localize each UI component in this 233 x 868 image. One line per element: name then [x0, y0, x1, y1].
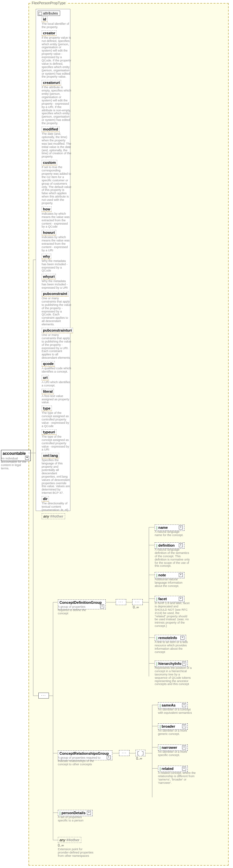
elem-desc: In NAR 1.8 and later, facet is deprecate…	[155, 602, 191, 628]
sequence-icon	[132, 599, 143, 605]
connector	[149, 527, 155, 527]
elem-desc: A link to an item or a web resource whic…	[155, 641, 191, 654]
connector	[152, 705, 158, 705]
connector	[149, 598, 155, 599]
connector	[106, 602, 116, 602]
expand-icon[interactable]: +	[180, 636, 184, 640]
attr-whyuri: whyuri	[41, 274, 56, 279]
elem-desc: Additional natural language information …	[155, 578, 190, 588]
multiplicity: 0..∞	[136, 757, 142, 760]
connector	[149, 575, 155, 575]
sequence-icon	[38, 693, 49, 699]
multiplicity: 0..∞	[58, 843, 64, 847]
expand-icon[interactable]: +	[182, 767, 186, 771]
elem-broader: broader+	[158, 723, 188, 730]
expand-icon[interactable]: +	[107, 755, 111, 760]
attr-desc: A qualified code which identifies a conc…	[41, 367, 71, 374]
bar-icon	[156, 637, 157, 640]
connector	[28, 453, 36, 453]
any-namespace: ##other	[66, 838, 80, 842]
connector	[112, 753, 119, 753]
attr-desc: A URI which identifies a concept.	[41, 381, 71, 388]
attr-how: how	[41, 207, 52, 212]
elem-desc: A related concept, where the relationshi…	[158, 772, 196, 785]
attr-desc: If the property value is not defined, sp…	[41, 36, 71, 79]
any-namespace: ##other	[50, 514, 63, 518]
connector	[152, 747, 158, 747]
expand-icon[interactable]: +	[100, 604, 104, 609]
expand-icon[interactable]: +	[182, 703, 186, 707]
elem-note: note+	[155, 572, 184, 578]
expand-icon[interactable]: +	[179, 573, 183, 577]
elem-facet: facet+	[155, 596, 184, 602]
attr-desc: The directionality of textual content (e…	[41, 502, 71, 512]
elem-label: remoteInfo	[158, 636, 177, 640]
attr-desc: The local identifier of the property.	[41, 23, 71, 29]
bar-icon	[159, 746, 161, 750]
attr-qcode: qcode	[41, 361, 55, 367]
attr-desc: A free-text value assigned as property v…	[41, 395, 71, 405]
attr-id: id	[41, 17, 48, 22]
bar-icon	[159, 704, 161, 708]
bar-icon	[156, 574, 157, 577]
connector	[152, 705, 152, 797]
connector	[149, 638, 155, 638]
choice-icon	[136, 750, 145, 756]
elem-label: definition	[158, 543, 175, 547]
connector	[53, 602, 53, 840]
attributes-icon	[39, 12, 42, 15]
elem-label: broader	[162, 724, 175, 728]
attributes-header-label: attributes	[43, 11, 58, 15]
attr-why: why	[41, 254, 51, 259]
connector	[53, 753, 58, 753]
expand-icon[interactable]: +	[87, 811, 91, 815]
expand-icon[interactable]: +	[179, 543, 183, 547]
elem-label: sameAs	[162, 703, 175, 707]
attr-desc: Why the metadata has been included - exp…	[41, 280, 71, 290]
bar-icon	[156, 526, 157, 530]
expand-icon[interactable]: +	[182, 745, 186, 749]
elem-label: related	[162, 767, 174, 771]
elem-desc: An identifier of a concept with equivale…	[158, 708, 194, 715]
elem-desc: Extension point for provider-defined pro…	[58, 848, 94, 858]
elem-any: any ##other	[58, 837, 81, 843]
expand-icon[interactable]: +	[182, 724, 186, 728]
connector	[33, 259, 33, 453]
elem-desc: Represents the position of a concept in …	[155, 666, 193, 686]
attr-desc: If set to true the corresponding propert…	[41, 166, 71, 205]
attr-desc: Why the metadata has been included - exp…	[41, 259, 71, 273]
elem-desc: A set of properties specific to a person	[58, 816, 92, 823]
attr-desc: One or many constraints that apply to pu…	[41, 334, 71, 360]
attr-literal: literal	[41, 389, 54, 394]
elem-name: name+	[155, 525, 184, 531]
connector	[53, 602, 58, 602]
root-desc: An individual accountable for the conten…	[1, 457, 29, 470]
bar-icon	[156, 662, 157, 666]
elem-desc: A natural language definition of the sem…	[155, 548, 191, 568]
attr-creator: creator	[41, 30, 57, 36]
attr-pubconstraint: pubconstraint	[41, 291, 68, 297]
diagram-canvas: FlexPersonPropType accountable + An indi…	[0, 0, 233, 868]
connector	[143, 602, 149, 602]
elem-label: name	[158, 526, 168, 529]
bar-icon	[156, 597, 157, 601]
expand-icon[interactable]: +	[179, 526, 183, 529]
expand-icon[interactable]: +	[179, 597, 183, 601]
elem-label: facet	[158, 597, 167, 601]
elem-remoteinfo: remoteInfo+	[155, 635, 186, 641]
attr-type: type	[41, 406, 52, 411]
bar-icon	[159, 767, 161, 771]
attr-desc: The type of the concept assigned as cont…	[41, 411, 71, 428]
elem-hierarchyinfo: hierarchyInfo+	[155, 660, 188, 667]
expand-icon[interactable]: +	[182, 661, 186, 665]
attr-any: any ##other	[41, 513, 65, 519]
elem-narrower: narrower+	[158, 744, 188, 751]
attr-uri: uri	[41, 375, 49, 380]
connector	[33, 453, 33, 695]
connector	[33, 259, 36, 260]
elem-label: personDetails	[61, 811, 86, 815]
elem-label: note	[158, 573, 166, 577]
attr-pubconstrainturi: pubconstrainturi	[41, 328, 73, 333]
elem-related: related+	[158, 766, 188, 772]
attr-desc: The date (and, optionally, the time) whe…	[41, 132, 71, 159]
